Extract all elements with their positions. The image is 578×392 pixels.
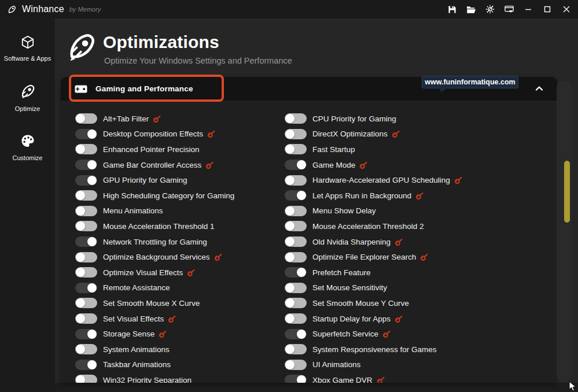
toggle-switch[interactable]: [285, 129, 307, 139]
watermark-text: www.funinformatique.com: [425, 78, 515, 86]
folder-open-icon[interactable]: [463, 2, 479, 17]
toggle-knob: [87, 330, 97, 339]
toggle-knob: [297, 375, 306, 383]
toggle-row: Remote Assistance: [75, 280, 284, 296]
toggle-column-right: CPU Priority for GamingDirectX Optimizat…: [285, 111, 493, 383]
toggle-switch[interactable]: [285, 190, 307, 201]
toggle-knob: [87, 160, 97, 169]
sidebar-item-label: Software & Apps: [4, 55, 51, 63]
toggle-switch[interactable]: [285, 236, 307, 247]
toggle-switch[interactable]: [285, 252, 307, 262]
sidebar-item-customize[interactable]: Customize: [2, 133, 54, 162]
rocket-icon: [19, 83, 36, 100]
toggle-column-left: Alt+Tab FilterDesktop Composition Effect…: [75, 111, 284, 383]
toggle-switch[interactable]: [75, 144, 97, 154]
toggle-switch[interactable]: [75, 206, 97, 216]
toggle-label: Win32 Priority Separation: [103, 376, 192, 383]
toggle-switch[interactable]: [285, 144, 307, 154]
toggle-knob: [76, 298, 85, 308]
toggle-knob: [76, 114, 85, 123]
theme-sun-icon[interactable]: [482, 2, 498, 17]
toggle-label: Set Smooth Mouse X Curve: [103, 299, 200, 308]
toggle-label: Desktop Composition Effects: [103, 130, 203, 138]
toggle-knob: [297, 160, 306, 169]
toggle-row: Enhanced Pointer Precision: [75, 142, 284, 157]
toggle-switch[interactable]: [75, 375, 97, 383]
toggle-row: Xbox Game DVR: [285, 372, 493, 383]
toggle-row: Storage Sense: [75, 326, 284, 342]
red-magnifier-icon: [207, 130, 216, 138]
toggle-switch[interactable]: [285, 221, 307, 231]
toggle-switch[interactable]: [285, 267, 307, 278]
toggle-switch[interactable]: [75, 113, 97, 124]
toggle-label: System Animations: [103, 345, 170, 354]
toggle-switch[interactable]: [75, 283, 97, 293]
toggle-label: Prefetch Feature: [312, 268, 371, 277]
sidebar-item-optimize[interactable]: Optimize: [2, 83, 54, 113]
sidebar-item-software-apps[interactable]: Software & Apps: [2, 35, 54, 63]
toggle-switch[interactable]: [285, 113, 307, 124]
toggle-label: High Scheduling Category for Gaming: [103, 191, 234, 200]
chevron-up-icon[interactable]: [534, 83, 544, 94]
toggle-label: Network Throttling for Gaming: [103, 238, 207, 246]
toggle-knob: [285, 221, 294, 231]
app-logo-rocket-icon: [7, 5, 17, 14]
toggle-switch[interactable]: [285, 283, 307, 293]
watermark-bubble: www.funinformatique.com: [422, 76, 518, 88]
toggle-switch[interactable]: [285, 375, 307, 383]
toggle-row: System Animations: [75, 342, 284, 357]
toggle-switch[interactable]: [285, 360, 307, 370]
toggle-switch[interactable]: [75, 329, 97, 339]
toggle-switch[interactable]: [75, 267, 97, 278]
red-magnifier-icon: [420, 253, 429, 261]
toggle-knob: [76, 268, 85, 277]
toggle-switch[interactable]: [75, 190, 97, 201]
maximize-icon[interactable]: [539, 2, 555, 17]
minimize-icon[interactable]: [520, 2, 536, 17]
toggle-label: Startup Delay for Apps: [312, 315, 391, 323]
red-magnifier-icon: [382, 330, 391, 338]
red-magnifier-icon: [454, 176, 463, 184]
toggle-switch[interactable]: [75, 252, 97, 262]
toggle-switch[interactable]: [285, 206, 307, 216]
toggle-row: Network Throttling for Gaming: [75, 234, 284, 250]
toggle-switch[interactable]: [75, 160, 97, 170]
save-icon[interactable]: [444, 2, 460, 17]
toggle-row: DirectX Optimizations: [285, 127, 493, 142]
toggle-switch[interactable]: [285, 160, 307, 170]
toggle-switch[interactable]: [75, 344, 97, 354]
toggle-switch[interactable]: [285, 298, 307, 308]
toggle-knob: [76, 221, 85, 231]
toggle-switch[interactable]: [285, 175, 307, 186]
toggle-switch[interactable]: [75, 313, 97, 324]
donate-card-icon[interactable]: [501, 2, 517, 17]
toggle-label: Menu Show Delay: [312, 206, 376, 215]
toggle-switch[interactable]: [75, 221, 97, 231]
toggle-label: Enhanced Pointer Precision: [103, 145, 200, 154]
red-magnifier-icon: [359, 161, 368, 169]
toggle-label: Let Apps Run in Background: [312, 191, 411, 200]
red-magnifier-icon: [377, 376, 385, 383]
toggle-knob: [285, 283, 294, 293]
toggle-label: Set Smooth Mouse Y Curve: [312, 299, 409, 308]
toggle-row: System Responsiveness for Games: [285, 342, 493, 357]
red-magnifier-icon: [153, 114, 161, 123]
close-icon[interactable]: [558, 2, 575, 17]
scrollbar-thumb[interactable]: [564, 161, 570, 223]
toggle-knob: [285, 145, 294, 154]
scrollbar-track[interactable]: [557, 80, 572, 382]
toggle-switch[interactable]: [285, 329, 307, 339]
toggle-knob: [285, 237, 294, 246]
toggle-knob: [297, 268, 306, 277]
toggle-switch[interactable]: [75, 129, 97, 139]
toggle-switch[interactable]: [285, 344, 307, 354]
toggle-switch[interactable]: [75, 175, 97, 186]
toggle-switch[interactable]: [285, 313, 307, 324]
toggle-switch[interactable]: [75, 298, 97, 308]
toggle-label: Taskbar Animations: [103, 360, 171, 369]
toggle-switch[interactable]: [75, 236, 97, 247]
toggle-knob: [76, 206, 85, 216]
toggle-switch[interactable]: [75, 360, 97, 370]
red-magnifier-icon: [168, 315, 176, 323]
toggle-row: UI Animations: [285, 357, 493, 373]
